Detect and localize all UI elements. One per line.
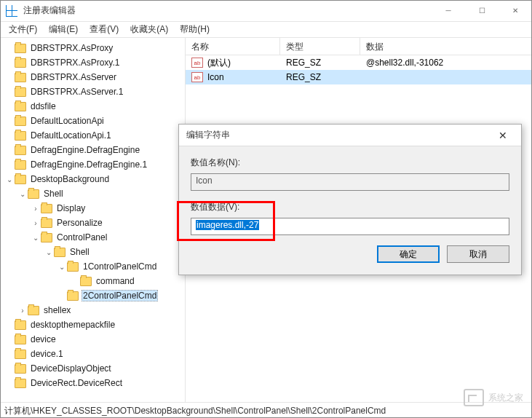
tree-node[interactable]: ⌄DesktopBackground <box>0 172 185 186</box>
folder-icon <box>15 350 26 359</box>
chevron-down-icon[interactable]: ⌄ <box>57 263 67 271</box>
value-type: REG_SZ <box>280 58 360 68</box>
tree-node-label: Shell <box>68 247 91 257</box>
tree-node-label: DefaultLocationApi.1 <box>29 130 113 141</box>
tree-node[interactable]: DBRSTPRX.AsProxy.1 <box>0 55 185 70</box>
list-header: 名称 类型 数据 <box>186 38 532 55</box>
value-data-selection: imageres.dll,-27 <box>196 220 259 230</box>
string-value-icon: ab <box>191 72 203 82</box>
chevron-down-icon[interactable]: ⌄ <box>31 234 41 242</box>
chevron-right-icon[interactable]: › <box>17 307 28 315</box>
tree-node-label: DeviceRect.DeviceRect <box>29 378 124 388</box>
tree-node[interactable]: DefragEngine.DefragEngine <box>0 143 185 157</box>
tree-node[interactable]: ›Display <box>0 201 185 216</box>
tree-node-label: ddsfile <box>29 101 57 111</box>
folder-icon <box>28 306 39 315</box>
folder-icon <box>15 117 26 126</box>
tree-node-label: Personalize <box>55 218 104 228</box>
tree-node[interactable]: ⌄ControlPanel <box>0 230 185 245</box>
tree-node-label: shellex <box>42 305 72 315</box>
folder-icon <box>15 175 26 184</box>
chevron-down-icon[interactable]: ⌄ <box>44 248 54 256</box>
chevron-right-icon[interactable]: › <box>31 219 41 227</box>
window-buttons: ─ ☐ ✕ <box>432 0 532 22</box>
menubar: 文件(F) 编辑(E) 查看(V) 收藏夹(A) 帮助(H) <box>0 22 532 38</box>
tree-node-label: desktopthemepackfile <box>29 320 116 330</box>
folder-icon <box>41 204 52 213</box>
folder-icon <box>41 233 52 242</box>
list-row[interactable]: ab(默认)REG_SZ@shell32.dll,-31062 <box>186 55 532 70</box>
tree-node[interactable]: ⌄Shell <box>0 186 185 201</box>
titlebar: 注册表编辑器 ─ ☐ ✕ <box>0 0 532 22</box>
value-name-field[interactable]: Icon <box>191 173 509 191</box>
tree-node[interactable]: DBRSTPRX.AsServer <box>0 70 185 84</box>
col-header-type[interactable]: 类型 <box>280 38 360 55</box>
dialog-titlebar[interactable]: 编辑字符串 ✕ <box>179 125 521 146</box>
tree-node[interactable]: DeviceDisplayObject <box>0 361 185 376</box>
tree-node[interactable]: desktopthemepackfile <box>0 318 185 332</box>
tree-node-label: DefragEngine.DefragEngine.1 <box>29 159 148 170</box>
dialog-body: 数值名称(N): Icon 数值数据(V): imageres.dll,-27 … <box>179 146 521 275</box>
chevron-down-icon[interactable]: ⌄ <box>4 176 15 184</box>
value-data: @shell32.dll,-31062 <box>360 58 532 68</box>
tree-node[interactable]: DefragEngine.DefragEngine.1 <box>0 157 185 172</box>
tree-node[interactable]: device <box>0 332 185 347</box>
menu-file[interactable]: 文件(F) <box>3 22 43 37</box>
chevron-right-icon[interactable]: › <box>31 205 41 213</box>
list-row[interactable]: abIconREG_SZ <box>186 70 532 84</box>
value-name-label: 数值名称(N): <box>191 157 509 169</box>
tree-node[interactable]: ⌄1ControlPanelCmd <box>0 259 185 274</box>
tree-node-label: DesktopBackground <box>29 174 111 184</box>
folder-icon <box>15 335 26 344</box>
folder-icon <box>67 262 79 272</box>
value-data-field[interactable]: imageres.dll,-27 <box>191 218 509 235</box>
tree-node[interactable]: ›shellex <box>0 303 185 318</box>
dialog-title: 编辑字符串 <box>186 129 492 141</box>
tree-node[interactable]: DefaultLocationApi.1 <box>0 128 185 143</box>
maximize-button[interactable]: ☐ <box>465 0 499 22</box>
cancel-button[interactable]: 取消 <box>447 245 509 263</box>
folder-icon <box>15 44 26 53</box>
folder-icon <box>15 73 26 82</box>
tree-node[interactable]: ddsfile <box>0 99 185 114</box>
value-type: REG_SZ <box>280 72 360 82</box>
tree-node[interactable]: ⌄Shell <box>0 245 185 259</box>
folder-icon <box>15 364 26 374</box>
tree-node-label: DBRSTPRX.AsProxy <box>29 43 114 53</box>
window-title: 注册表编辑器 <box>23 4 432 17</box>
tree-node-label: DBRSTPRX.AsProxy.1 <box>29 58 121 68</box>
tree-node-label: device.1 <box>29 349 65 359</box>
folder-icon <box>15 160 26 170</box>
tree-node-label: Shell <box>42 189 65 199</box>
col-header-name[interactable]: 名称 <box>186 38 280 55</box>
tree-node-label: 2ControlPanelCmd <box>82 290 158 301</box>
folder-icon <box>15 102 26 111</box>
dialog-close-button[interactable]: ✕ <box>492 130 514 141</box>
chevron-down-icon[interactable]: ⌄ <box>17 190 28 198</box>
tree-node[interactable]: DeviceRect.DeviceRect <box>0 376 185 390</box>
tree-node[interactable]: DBRSTPRX.AsProxy <box>0 41 185 55</box>
close-button[interactable]: ✕ <box>499 0 532 22</box>
tree-node[interactable]: device.1 <box>0 347 185 361</box>
tree-node[interactable]: 2ControlPanelCmd <box>0 288 185 303</box>
statusbar: 计算机\HKEY_CLASSES_ROOT\DesktopBackground\… <box>0 402 532 418</box>
col-header-data[interactable]: 数据 <box>360 38 532 55</box>
minimize-button[interactable]: ─ <box>432 0 465 22</box>
folder-icon <box>41 218 52 228</box>
tree-node[interactable]: ›Personalize <box>0 216 185 230</box>
tree-node-label: DBRSTPRX.AsServer <box>29 72 118 82</box>
tree-pane[interactable]: DBRSTPRX.AsProxyDBRSTPRX.AsProxy.1DBRSTP… <box>0 38 186 402</box>
app-icon <box>6 5 17 17</box>
tree-node[interactable]: DBRSTPRX.AsServer.1 <box>0 84 185 99</box>
tree-node[interactable]: DefaultLocationApi <box>0 114 185 128</box>
folder-icon <box>15 58 26 68</box>
string-value-icon: ab <box>191 58 203 68</box>
folder-icon <box>15 146 26 155</box>
menu-help[interactable]: 帮助(H) <box>174 22 215 37</box>
menu-view[interactable]: 查看(V) <box>84 22 124 37</box>
menu-edit[interactable]: 编辑(E) <box>43 22 84 37</box>
edit-string-dialog: 编辑字符串 ✕ 数值名称(N): Icon 数值数据(V): imageres.… <box>178 124 522 275</box>
tree-node[interactable]: command <box>0 274 185 288</box>
menu-favorites[interactable]: 收藏夹(A) <box>124 22 174 37</box>
ok-button[interactable]: 确定 <box>377 245 440 263</box>
